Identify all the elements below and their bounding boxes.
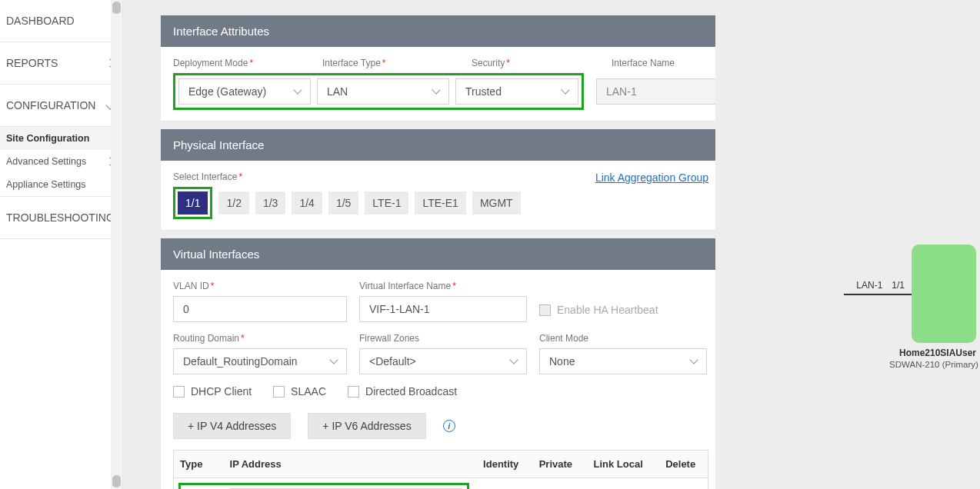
th-type: Type [174,451,224,478]
interface-type-label: Interface Type* [322,58,459,68]
th-private: Private [528,451,583,478]
th-linklocal: Link Local [583,451,653,478]
link-aggregation-group-link[interactable]: Link Aggregation Group [595,171,708,184]
link-line [844,294,912,295]
th-ip: IP Address [224,451,474,478]
vlan-id-input[interactable] [173,296,347,322]
vif-name-label: Virtual Interface Name* [359,281,527,291]
routing-domain-label: Routing Domain* [173,333,347,344]
nav-label: REPORTS [6,57,58,69]
physical-interface-panel: Physical Interface Select Interface* 1/1… [160,129,715,231]
checkbox-label: Enable HA Heartbeat [557,304,658,316]
security-select[interactable]: Trusted [455,78,578,105]
th-delete: Delete [653,451,708,478]
section-header: Physical Interface [161,129,715,161]
checkbox-label: Directed Broadcast [365,385,457,398]
security-label: Security* [472,58,599,68]
select-interface-label: Select Interface* [173,171,521,182]
vlan-id-label: VLAN ID* [173,281,347,291]
highlight-box: Edge (Gateway) LAN Trusted [173,73,584,110]
checkbox-icon [348,386,359,398]
table-row: IPv4 N/A [174,478,708,490]
virtual-interfaces-panel: Virtual Interfaces VLAN ID* Virtual Inte… [160,238,715,489]
info-icon[interactable]: i [443,420,455,432]
checkbox-label: SLAAC [291,385,326,398]
nav-label: Appliance Settings [6,179,86,190]
nav-label: Advanced Settings [6,156,86,167]
routing-domain-select[interactable]: Default_RoutingDomain [173,348,347,374]
client-mode-label: Client Mode [539,333,707,344]
interface-pill-mgmt[interactable]: MGMT [472,191,521,215]
device-subtitle: SDWAN-210 (Primary) [888,360,980,369]
scroll-up-icon[interactable] [112,2,121,14]
dropdown-value: None [549,355,575,368]
add-ipv4-button[interactable]: + IP V4 Addresses [173,413,291,439]
nav-site-configuration[interactable]: Site Configuration [0,127,122,150]
link-label: LAN-1 1/1 [856,280,905,291]
checkbox-icon [539,304,551,316]
dropdown-value: Default_RoutingDomain [183,355,298,368]
chevron-down-icon [689,355,698,364]
interface-pill-1-4[interactable]: 1/4 [292,191,322,215]
nav-dashboard[interactable]: DASHBOARD [0,0,122,42]
divider [0,238,122,239]
interface-attributes-panel: Interface Attributes Deployment Mode* In… [160,15,715,121]
dropdown-value: <Default> [369,355,416,368]
dropdown-value: Edge (Gateway) [188,85,266,98]
chevron-down-icon [329,355,338,364]
checkbox-label: DHCP Client [191,385,252,398]
nav-label: DASHBOARD [6,15,75,27]
interface-pill-1-1[interactable]: 1/1 [178,191,208,215]
nav-troubleshooting[interactable]: TROUBLESHOOTING [0,197,122,238]
device-name: Home210SIAUser [895,348,980,358]
nav-label: TROUBLESHOOTING [6,211,115,224]
interface-pill-1-2[interactable]: 1/2 [218,191,248,215]
sidebar-scrollbar[interactable] [111,0,122,489]
nav-advanced-settings[interactable]: Advanced Settings [0,150,122,173]
interface-type-select[interactable]: LAN [317,78,449,105]
add-ipv6-button[interactable]: + IP V6 Addresses [308,413,425,439]
firewall-zones-select[interactable]: <Default> [359,348,527,374]
section-header: Virtual Interfaces [161,238,715,270]
nav-appliance-settings[interactable]: Appliance Settings [0,173,122,196]
interface-pill-1-5[interactable]: 1/5 [328,191,358,215]
ip-address-table: Type IP Address Identity Private Link Lo… [173,450,708,489]
sidebar: DASHBOARD REPORTS CONFIGURATION Site Con… [0,0,123,489]
scroll-down-icon[interactable] [112,475,121,487]
nav-configuration[interactable]: CONFIGURATION [0,85,122,126]
highlight-box: IPv4 [178,483,469,489]
topology-diagram: LAN-1 1/1 Home210SIAUser SDWAN-210 (Prim… [715,0,980,489]
firewall-zones-label: Firewall Zones [359,333,527,344]
interface-name-label: Interface Name [612,58,715,68]
deployment-mode-select[interactable]: Edge (Gateway) [178,78,311,105]
checkbox-icon [273,386,285,398]
deployment-mode-label: Deployment Mode* [173,58,310,68]
chevron-down-icon [432,85,440,94]
main-content: Interface Attributes Deployment Mode* In… [123,0,715,489]
interface-pill-lte-e1[interactable]: LTE-E1 [415,191,465,215]
nav-label: Site Configuration [6,133,89,144]
dhcp-client-checkbox[interactable]: DHCP Client [173,385,252,398]
enable-ha-heartbeat-checkbox: Enable HA Heartbeat [539,304,658,316]
dropdown-value: Trusted [465,85,502,98]
directed-broadcast-checkbox[interactable]: Directed Broadcast [348,385,457,398]
device-node[interactable] [912,244,976,343]
interface-pill-lte-1[interactable]: LTE-1 [365,191,408,215]
chevron-down-icon [561,85,569,94]
nav-reports[interactable]: REPORTS [0,42,122,84]
highlight-box: 1/1 [173,187,212,219]
checkbox-icon [173,386,185,398]
vif-name-input[interactable] [359,296,527,322]
th-identity: Identity [474,451,528,478]
linklocal-value: N/A [583,478,653,490]
client-mode-select[interactable]: None [539,348,707,374]
interface-name-input [596,78,715,105]
chevron-down-icon [293,85,302,94]
slaac-checkbox[interactable]: SLAAC [273,385,326,398]
interface-pill-1-3[interactable]: 1/3 [255,191,285,215]
chevron-down-icon [509,355,518,364]
section-header: Interface Attributes [161,15,715,47]
nav-label: CONFIGURATION [6,99,95,111]
dropdown-value: LAN [327,85,348,98]
